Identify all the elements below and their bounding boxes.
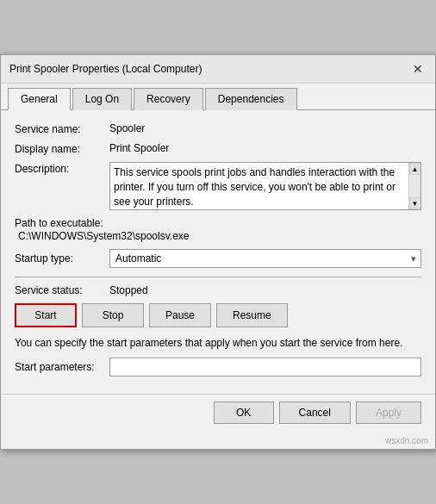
service-name-value: Spooler	[109, 122, 421, 134]
dialog-window: Print Spooler Properties (Local Computer…	[0, 54, 436, 450]
service-status-value: Stopped	[109, 284, 148, 296]
stop-button[interactable]: Stop	[82, 303, 144, 327]
display-name-value: Print Spooler	[109, 142, 421, 154]
display-name-row: Display name: Print Spooler	[15, 142, 421, 155]
tab-dependencies[interactable]: Dependencies	[205, 88, 297, 110]
path-row: Path to executable: C:\WINDOWS\System32\…	[15, 217, 421, 242]
display-name-label: Display name:	[15, 142, 109, 155]
path-label: Path to executable:	[15, 217, 421, 229]
tab-general[interactable]: General	[8, 88, 71, 110]
start-params-row: Start parameters:	[15, 358, 421, 376]
close-button[interactable]: ✕	[409, 60, 427, 78]
description-box: This service spools print jobs and handl…	[109, 162, 421, 210]
start-button[interactable]: Start	[15, 303, 77, 327]
apply-button[interactable]: Apply	[356, 401, 421, 424]
tab-recovery[interactable]: Recovery	[134, 88, 203, 110]
cancel-button[interactable]: Cancel	[279, 401, 351, 424]
startup-type-label: Startup type:	[15, 252, 109, 264]
start-params-label: Start parameters:	[15, 361, 109, 373]
pause-button[interactable]: Pause	[149, 303, 211, 327]
divider	[15, 277, 421, 277]
description-scrollbar: ▲ ▼	[408, 163, 420, 209]
start-params-input[interactable]	[109, 358, 421, 376]
path-value: C:\WINDOWS\System32\spoolsv.exe	[15, 230, 421, 242]
service-name-row: Service name: Spooler	[15, 122, 421, 135]
service-name-label: Service name:	[15, 122, 109, 135]
watermark: wsxdn.com	[1, 434, 435, 449]
bottom-bar: OK Cancel Apply	[1, 394, 435, 434]
startup-type-select[interactable]: Automatic Automatic (Delayed Start) Manu…	[109, 249, 421, 268]
description-text: This service spools print jobs and handl…	[114, 165, 417, 208]
description-label: Description:	[15, 162, 109, 175]
hint-text: You can specify the start parameters tha…	[15, 336, 421, 351]
scroll-up-icon[interactable]: ▲	[409, 163, 421, 175]
startup-type-select-wrap: Automatic Automatic (Delayed Start) Manu…	[109, 249, 421, 268]
action-button-row: Start Stop Pause Resume	[15, 303, 421, 327]
startup-type-row: Startup type: Automatic Automatic (Delay…	[15, 249, 421, 268]
tab-bar: General Log On Recovery Dependencies	[1, 84, 435, 110]
service-status-label: Service status:	[15, 284, 109, 296]
resume-button[interactable]: Resume	[216, 303, 288, 327]
title-bar: Print Spooler Properties (Local Computer…	[1, 55, 435, 84]
service-status-row: Service status: Stopped	[15, 284, 421, 296]
scroll-down-icon[interactable]: ▼	[409, 197, 421, 209]
tab-logon[interactable]: Log On	[72, 88, 132, 110]
ok-button[interactable]: OK	[214, 401, 274, 424]
description-row: Description: This service spools print j…	[15, 162, 421, 210]
window-title: Print Spooler Properties (Local Computer…	[9, 63, 202, 75]
content-area: Service name: Spooler Display name: Prin…	[1, 110, 435, 394]
